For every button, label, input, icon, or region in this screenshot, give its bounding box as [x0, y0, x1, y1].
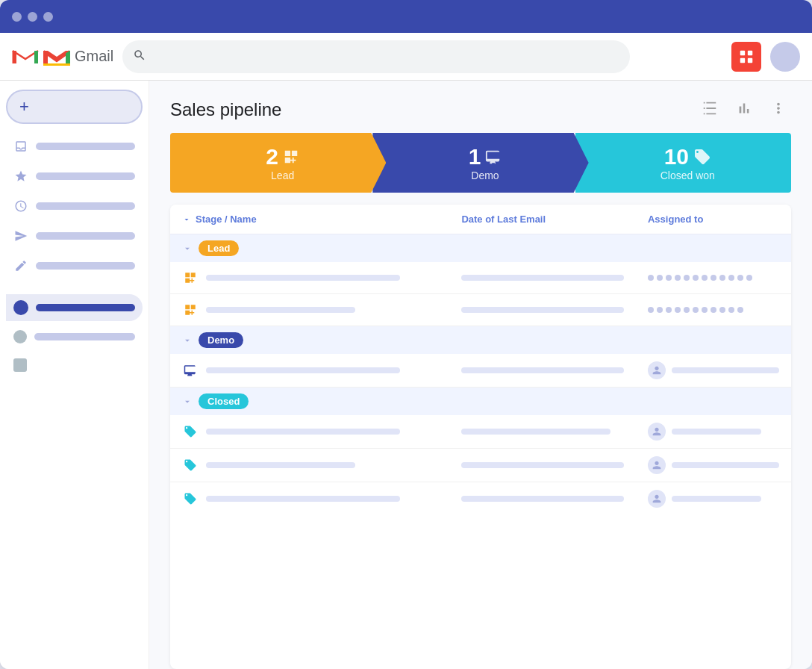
- stage-closed-won[interactable]: 10 Closed won: [575, 133, 791, 193]
- closed-row-icon-3: [182, 491, 199, 507]
- section-lead: Lead: [170, 234, 791, 263]
- main-content: +: [0, 81, 812, 669]
- sidebar-item-starred-label: [36, 172, 135, 180]
- app-window: Gmail: [0, 0, 812, 669]
- grid-view-button[interactable]: [731, 42, 761, 72]
- chevron-down-icon: [182, 396, 193, 407]
- stage-lead[interactable]: 2 Lead: [170, 133, 386, 193]
- search-icon: [133, 49, 146, 65]
- chart-button[interactable]: [731, 96, 757, 124]
- active-dot-icon: [13, 300, 28, 315]
- chevron-down-icon: [182, 243, 193, 254]
- rect-icon: [13, 358, 27, 372]
- gmail-actions: [731, 42, 800, 72]
- row-email-placeholder: [461, 275, 624, 281]
- row-assigned-dots: [648, 307, 779, 313]
- assigned-name-placeholder: [672, 462, 779, 468]
- assigned-cell: [648, 423, 779, 441]
- gmail-label: Gmail: [75, 48, 113, 65]
- filter-button[interactable]: [697, 96, 722, 124]
- avatar-icon: [648, 423, 666, 441]
- row-assigned-dots: [648, 275, 779, 281]
- stage-demo[interactable]: 1 Demo: [372, 133, 588, 193]
- sort-icon: [182, 215, 191, 224]
- page-title: Sales pipeline: [170, 99, 688, 120]
- compose-button[interactable]: +: [6, 90, 143, 124]
- plus-icon: +: [19, 99, 29, 115]
- sidebar-item-inbox[interactable]: [6, 133, 143, 160]
- row-name-placeholder: [206, 367, 400, 373]
- col-assigned-label: Assigned to: [648, 214, 703, 225]
- inactive-dot-icon: [13, 330, 27, 343]
- sidebar-item-drafts-label: [36, 262, 135, 270]
- table-container: Stage / Name Date of Last Email Assi: [170, 205, 791, 669]
- row-email-placeholder: [461, 367, 624, 373]
- gmail-logo: Gmail: [12, 47, 113, 66]
- svg-rect-1: [13, 51, 16, 63]
- gmail-m-icon: [12, 47, 39, 66]
- sidebar-item-snoozed[interactable]: [6, 193, 143, 220]
- stage-demo-name: Demo: [471, 169, 499, 181]
- pipeline-table: Stage / Name Date of Last Email Assi: [170, 205, 791, 515]
- row-name-placeholder: [206, 307, 355, 313]
- stage-lead-name: Lead: [271, 169, 294, 181]
- col-header-name[interactable]: Stage / Name: [170, 205, 449, 234]
- row-email-placeholder: [461, 462, 624, 468]
- gmail-header: Gmail: [0, 33, 812, 81]
- svg-rect-2: [34, 51, 38, 63]
- avatar-icon: [648, 456, 666, 474]
- svg-rect-7: [748, 50, 752, 55]
- table-row: [170, 449, 791, 482]
- sidebar-item-snoozed-label: [36, 202, 135, 210]
- stage-demo-count: 1: [469, 144, 481, 169]
- col-email-label: Date of Last Email: [461, 214, 546, 225]
- badge-lead: Lead: [199, 240, 239, 256]
- stage-demo-content: 1 Demo: [469, 144, 502, 181]
- table-row: [170, 294, 791, 326]
- clock-icon: [13, 199, 28, 214]
- assigned-cell: [648, 361, 779, 379]
- col-header-assigned[interactable]: Assigned to: [636, 205, 791, 234]
- sidebar-item-inbox-label: [36, 143, 135, 150]
- table-row: [170, 482, 791, 516]
- col-name-label: Stage / Name: [196, 214, 257, 225]
- svg-rect-6: [740, 50, 745, 55]
- page-area: Sales pipeline: [149, 81, 812, 669]
- assigned-name-placeholder: [672, 367, 779, 373]
- demo-row-icon: [182, 362, 199, 379]
- search-bar[interactable]: [122, 40, 630, 73]
- sidebar-item-sent-label: [36, 232, 135, 240]
- badge-closed: Closed: [199, 393, 249, 409]
- stage-closed-icon: [693, 148, 711, 166]
- inbox-icon: [13, 139, 28, 154]
- sidebar-item-starred[interactable]: [6, 163, 143, 190]
- sidebar: +: [0, 81, 149, 669]
- lead-row-icon-2: [182, 302, 199, 318]
- sidebar-item-3[interactable]: [6, 352, 143, 378]
- svg-rect-8: [740, 57, 745, 62]
- drafts-icon: [13, 258, 28, 273]
- sidebar-item-active[interactable]: [6, 294, 143, 321]
- gmail-logo-svg: [43, 47, 70, 66]
- table-row: [170, 415, 791, 449]
- assigned-cell: [648, 456, 779, 474]
- stage-lead-count: 2: [266, 144, 278, 169]
- user-avatar[interactable]: [770, 42, 800, 72]
- more-button[interactable]: [766, 96, 791, 124]
- stage-lead-content: 2 Lead: [266, 144, 299, 181]
- row-email-placeholder: [461, 496, 624, 502]
- titlebar-dot-2: [28, 12, 37, 22]
- sidebar-item-2[interactable]: [6, 324, 143, 349]
- table-row: [170, 354, 791, 388]
- stage-closed-count: 10: [664, 144, 689, 169]
- sidebar-item-sent[interactable]: [6, 223, 143, 249]
- row-name-placeholder: [206, 275, 400, 281]
- col-header-email[interactable]: Date of Last Email: [449, 205, 636, 234]
- search-input[interactable]: [122, 40, 630, 73]
- sidebar-item-active-label: [36, 304, 135, 311]
- badge-demo: Demo: [199, 332, 243, 348]
- titlebar-dot-3: [43, 12, 53, 22]
- assigned-name-placeholder: [672, 429, 761, 435]
- chevron-down-icon: [182, 335, 193, 346]
- sidebar-item-drafts[interactable]: [6, 252, 143, 279]
